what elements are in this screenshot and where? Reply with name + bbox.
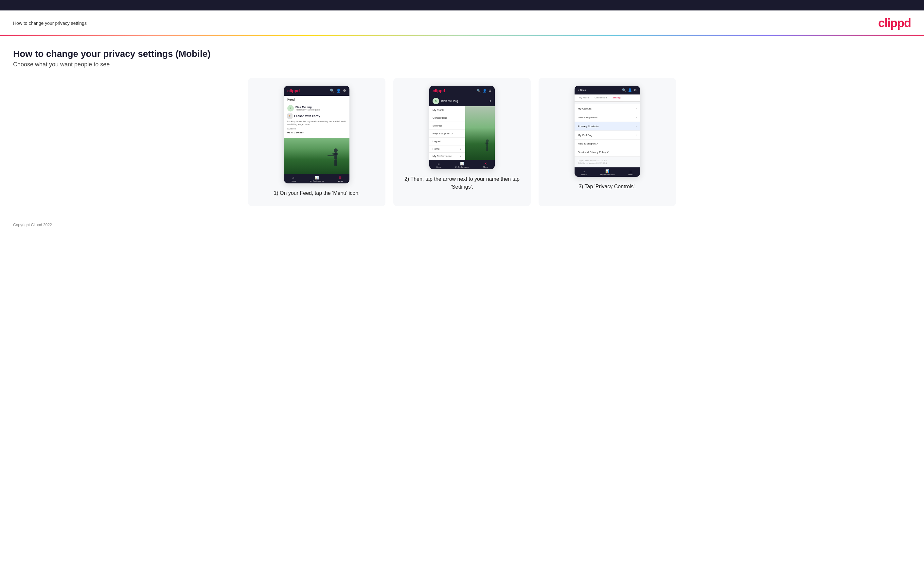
phone1-lesson-desc: Looking to feel like my hands are exitin…: [287, 120, 346, 126]
step-card-3: < Back 🔍 👤 ⚙ My Profile Connections Sett…: [539, 78, 676, 206]
phone2-user-info: B Blair McHarg: [433, 98, 458, 104]
svg-rect-5: [328, 155, 334, 156]
setting-dataintegrations[interactable]: Data Integrations ›: [575, 113, 640, 122]
menu-nav-label-3: Menu: [628, 174, 633, 176]
phone3-nav-performance[interactable]: 📊 My Performance: [600, 169, 614, 176]
page-subheading: Choose what you want people to see: [13, 61, 911, 68]
step-card-2: clippd 🔍 👤 ⚙ B Blair McHarg ∧: [393, 78, 531, 206]
setting-helpsupport[interactable]: Help & Support ↗: [575, 140, 640, 148]
settings-icon-2: ⚙: [488, 89, 491, 92]
phone2-menu-wrapper: My Profile Connections Settings Help & S…: [429, 106, 495, 160]
phone1-logo: clippd: [287, 88, 300, 93]
steps-container: clippd 🔍 👤 ⚙ Feed B Blair McHarg: [13, 78, 911, 206]
step3-description: 3) Tap 'Privacy Controls'.: [578, 183, 636, 190]
chevron-right-icon-3: ›: [636, 124, 637, 128]
phone2-nav-close[interactable]: ✕ Menu: [483, 162, 488, 168]
step-card-1: clippd 🔍 👤 ⚙ Feed B Blair McHarg: [248, 78, 385, 206]
settings-icon-3: ⚙: [634, 88, 637, 92]
setting-privacycontrols[interactable]: Privacy Controls ›: [575, 122, 640, 131]
phone2-right-bg: [465, 106, 495, 160]
phone2-user-header: B Blair McHarg ∧: [429, 96, 495, 106]
phone1-nav-menu[interactable]: ☰ Menu: [338, 176, 342, 182]
phone1-user-info: Blair McHarg Yesterday · Sunningdale: [296, 106, 320, 111]
phone1-nav-performance[interactable]: 📊 My Performance: [310, 176, 324, 182]
home-icon-2: ⌂: [438, 162, 440, 165]
close-icon: ✕: [484, 162, 487, 165]
phone1-image: [284, 138, 349, 174]
chevron-down-icon-2: ∨: [460, 155, 462, 158]
settings-icon: ⚙: [343, 89, 346, 93]
phone2-nav-performance[interactable]: 📊 My Performance: [455, 162, 469, 168]
tab-connections[interactable]: Connections: [592, 95, 610, 102]
nav-item-home[interactable]: Home ∨: [429, 145, 465, 153]
step2-description: 2) Then, tap the arrow next to your name…: [401, 175, 523, 191]
home-nav-label: Home: [291, 180, 296, 182]
setting-myaccount-label: My Account: [578, 107, 591, 110]
tab-settings[interactable]: Settings: [610, 95, 623, 102]
svg-rect-10: [487, 147, 488, 151]
svg-rect-2: [333, 153, 338, 155]
menu-item-myprofile[interactable]: My Profile: [429, 106, 465, 114]
menu-item-connections[interactable]: Connections: [429, 114, 465, 122]
step1-description: 1) On your Feed, tap the 'Menu' icon.: [273, 189, 360, 197]
search-icon-3: 🔍: [622, 88, 626, 92]
chevron-up-icon: ∧: [489, 99, 491, 103]
home-icon-3: ⌂: [583, 169, 585, 173]
svg-point-0: [334, 148, 338, 152]
phone3-nav-menu[interactable]: ☰ Menu: [628, 169, 633, 176]
phone1-duration-label: Duration: [287, 127, 346, 130]
phone-mockup-3: < Back 🔍 👤 ⚙ My Profile Connections Sett…: [575, 85, 640, 177]
chart-icon-2: 📊: [460, 162, 464, 165]
performance-bottom-label: My Performance: [455, 166, 469, 168]
phone3-nav-home[interactable]: ⌂ Home: [582, 169, 586, 176]
phone1-lesson-row: 🏌 Lesson with Fordy: [287, 113, 346, 119]
version-client: Clippd Client Version: 2022.8.3-3: [578, 159, 637, 162]
chevron-down-icon: ∨: [460, 147, 462, 150]
phone-mockup-1: clippd 🔍 👤 ⚙ Feed B Blair McHarg: [284, 85, 349, 184]
performance-nav-label-3: My Performance: [600, 174, 614, 176]
phone2-topbar: clippd 🔍 👤 ⚙: [429, 85, 495, 96]
avatar: B: [287, 105, 294, 111]
setting-helpsupport-label: Help & Support ↗: [578, 142, 598, 145]
nav-item-myperformance[interactable]: My Performance ∨: [429, 153, 465, 160]
footer: Copyright Clippd 2022: [0, 216, 924, 234]
page-breadcrumb: How to change your privacy settings: [13, 21, 87, 26]
setting-mygolfbag[interactable]: My Golf Bag ›: [575, 131, 640, 140]
setting-myaccount[interactable]: My Account ›: [575, 104, 640, 113]
chevron-right-icon-2: ›: [636, 116, 637, 119]
home-bottom-label: Home: [436, 166, 441, 168]
phone3-tabs: My Profile Connections Settings: [575, 95, 640, 102]
feed-label: Feed: [284, 96, 349, 103]
setting-serviceprivacy[interactable]: Service & Privacy Policy ↗: [575, 148, 640, 156]
svg-rect-3: [334, 160, 336, 166]
phone1-nav-home[interactable]: ⌂ Home: [291, 176, 296, 182]
menu-item-settings[interactable]: Settings: [429, 122, 465, 130]
phone2-icons: 🔍 👤 ⚙: [477, 89, 491, 92]
chevron-right-icon: ›: [636, 107, 637, 110]
home-nav-label-3: Home: [582, 174, 586, 176]
svg-rect-4: [336, 160, 337, 166]
phone1-topbar: clippd 🔍 👤 ⚙: [284, 85, 349, 96]
menu-item-helpsupport[interactable]: Help & Support ↗: [429, 130, 465, 138]
top-bar: [0, 0, 924, 10]
menu-item-logout[interactable]: Logout: [429, 138, 465, 145]
copyright-text: Copyright Clippd 2022: [13, 222, 52, 227]
avatar-2: B: [433, 98, 439, 104]
phone2-logo: clippd: [433, 88, 445, 93]
setting-privacycontrols-label: Privacy Controls: [578, 125, 599, 128]
performance-nav-label: My Performance: [310, 180, 324, 182]
phone2-nav-home[interactable]: ⌂ Home: [436, 162, 441, 168]
user-icon: 👤: [336, 89, 341, 93]
chart-icon-3: 📊: [605, 169, 609, 173]
tab-myprofile[interactable]: My Profile: [577, 95, 592, 102]
phone1-date: Yesterday · Sunningdale: [296, 108, 320, 111]
phone1-duration-value: 01 hr : 30 min: [287, 131, 346, 134]
golfer-silhouette-2: [481, 139, 493, 160]
search-icon: 🔍: [330, 89, 334, 93]
phone1-post: B Blair McHarg Yesterday · Sunningdale 🏌…: [284, 103, 349, 138]
chevron-right-icon-4: ›: [636, 134, 637, 137]
back-button[interactable]: < Back: [578, 89, 586, 92]
header: How to change your privacy settings clip…: [0, 10, 924, 35]
setting-dataintegrations-label: Data Integrations: [578, 116, 598, 119]
nav-home-label: Home: [433, 147, 439, 150]
